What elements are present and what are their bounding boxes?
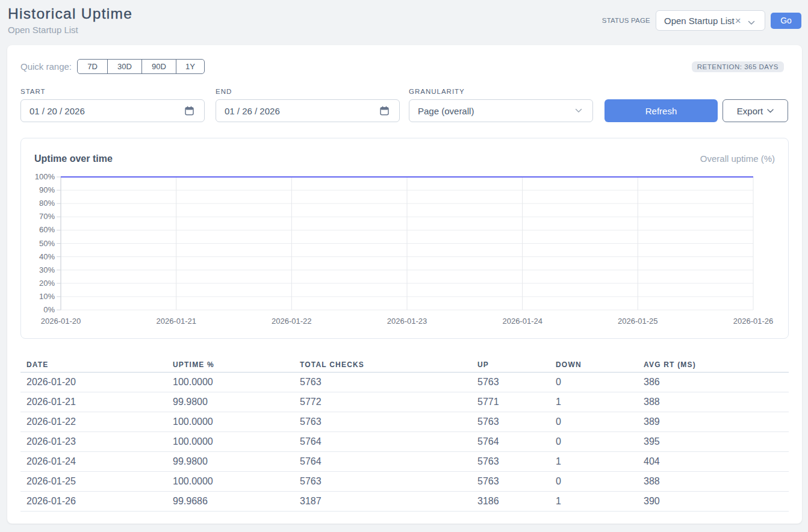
svg-text:2026-01-22: 2026-01-22 (272, 317, 312, 326)
svg-text:20%: 20% (39, 279, 55, 288)
svg-text:2026-01-25: 2026-01-25 (618, 317, 658, 326)
svg-text:30%: 30% (39, 265, 55, 274)
svg-text:60%: 60% (39, 225, 55, 234)
svg-text:2026-01-20: 2026-01-20 (41, 317, 81, 326)
svg-text:2026-01-23: 2026-01-23 (387, 317, 427, 326)
svg-text:70%: 70% (39, 212, 55, 221)
svg-text:2026-01-24: 2026-01-24 (502, 317, 542, 326)
svg-text:0%: 0% (43, 305, 55, 314)
svg-text:2026-01-26: 2026-01-26 (733, 317, 774, 326)
svg-text:80%: 80% (39, 199, 55, 208)
svg-text:40%: 40% (39, 252, 55, 261)
svg-text:90%: 90% (39, 185, 55, 194)
svg-text:2026-01-21: 2026-01-21 (156, 317, 196, 326)
svg-text:100%: 100% (35, 172, 55, 181)
svg-text:10%: 10% (39, 292, 55, 301)
svg-text:50%: 50% (39, 239, 55, 248)
